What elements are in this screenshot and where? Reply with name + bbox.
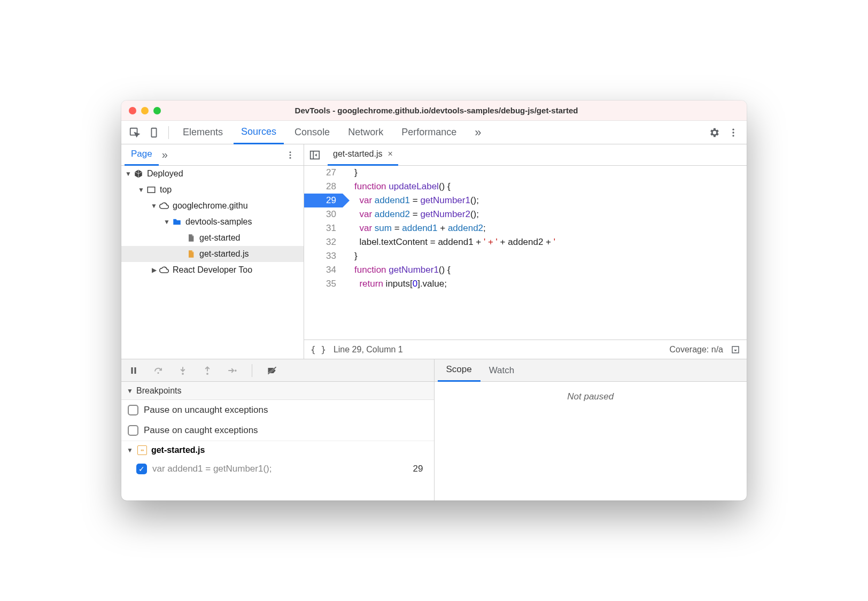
svg-point-16 [206, 373, 208, 375]
maximize-button[interactable] [153, 107, 161, 114]
checkbox-unchecked[interactable] [128, 425, 138, 436]
navigator-tabs: Page » [121, 144, 304, 166]
code-editor[interactable]: 272829303132333435 }function updateLabel… [304, 166, 747, 340]
separator [252, 364, 252, 377]
svg-rect-1 [151, 128, 156, 137]
svg-rect-12 [131, 367, 133, 374]
minimize-button[interactable] [141, 107, 149, 114]
tree-label: get-started [199, 233, 240, 243]
editor-tabs: get-started.js × [304, 144, 747, 166]
step-over-icon[interactable] [151, 364, 165, 377]
kebab-menu-icon[interactable] [725, 125, 741, 141]
svg-rect-8 [148, 187, 155, 193]
tab-elements[interactable]: Elements [175, 121, 230, 144]
cloud-icon [159, 265, 169, 275]
editor-statusbar: { } Line 29, Column 1 Coverage: n/a [304, 340, 747, 359]
editor-panel: get-started.js × 272829303132333435 }fun… [304, 144, 747, 359]
breakpoint-file-name: get-started.js [151, 445, 205, 455]
debugger-controls [121, 359, 434, 382]
scope-body: Not paused [435, 382, 747, 500]
breakpoint-line: 29 [413, 464, 428, 474]
tree-node-file-js[interactable]: get-started.js [121, 246, 304, 262]
statusbar-menu-icon[interactable] [731, 345, 740, 355]
tree-node-file-html[interactable]: get-started [121, 230, 304, 246]
svg-point-3 [732, 132, 734, 133]
main-toolbar: Elements Sources Console Network Perform… [121, 121, 747, 144]
breakpoints-title: Breakpoints [136, 386, 182, 396]
tab-console[interactable]: Console [287, 121, 337, 144]
pretty-print-icon[interactable]: { } [311, 344, 326, 355]
svg-point-6 [290, 154, 291, 156]
coverage-status: Coverage: n/a [669, 345, 723, 355]
tree-node-react[interactable]: ▶ React Developer Too [121, 262, 304, 278]
debugger-panel: ▼ Breakpoints Pause on uncaught exceptio… [121, 359, 747, 500]
row-label: Pause on uncaught exceptions [144, 405, 268, 415]
step-into-icon[interactable] [176, 364, 190, 377]
tab-scope[interactable]: Scope [438, 359, 480, 382]
breakpoints-header[interactable]: ▼ Breakpoints [121, 382, 434, 400]
line-gutter[interactable]: 272829303132333435 [304, 166, 343, 340]
svg-point-5 [290, 151, 291, 153]
svg-point-15 [182, 373, 184, 375]
tree-node-folder[interactable]: ▼ devtools-samples [121, 214, 304, 230]
editor-tab-label: get-started.js [333, 149, 382, 159]
svg-point-17 [235, 369, 237, 372]
tree-node-deployed[interactable]: ▼ Deployed [121, 166, 304, 182]
checkbox-checked[interactable]: ✓ [136, 464, 147, 474]
cube-icon [133, 168, 144, 179]
tabs-overflow-icon[interactable]: » [467, 121, 489, 144]
checkbox-unchecked[interactable] [128, 405, 138, 415]
tree-node-top[interactable]: ▼ top [121, 182, 304, 198]
file-tree: ▼ Deployed ▼ top ▼ googlechrome.githu [121, 166, 304, 359]
tree-node-origin[interactable]: ▼ googlechrome.githu [121, 198, 304, 214]
svg-rect-13 [135, 367, 136, 374]
folder-icon [172, 217, 182, 227]
nav-kebab-icon[interactable] [280, 150, 300, 160]
deactivate-breakpoints-icon[interactable] [265, 364, 279, 377]
tree-label: Deployed [147, 169, 183, 179]
js-badge-icon: ⇔ [137, 445, 147, 455]
scope-tabs: Scope Watch [435, 359, 747, 382]
tab-network[interactable]: Network [340, 121, 391, 144]
svg-point-14 [158, 372, 159, 374]
breakpoint-code: var addend1 = getNumber1(); [152, 464, 272, 474]
nav-tab-page[interactable]: Page [125, 144, 159, 166]
settings-gear-icon[interactable] [706, 125, 722, 141]
step-out-icon[interactable] [200, 364, 214, 377]
file-icon [185, 233, 196, 243]
debugger-left: ▼ Breakpoints Pause on uncaught exceptio… [121, 359, 435, 500]
pause-resume-icon[interactable] [127, 364, 141, 377]
device-toggle-icon[interactable] [146, 125, 162, 141]
svg-point-7 [290, 157, 291, 158]
svg-point-2 [732, 128, 734, 130]
tree-label: top [160, 185, 172, 195]
nav-tabs-overflow-icon[interactable]: » [162, 149, 168, 161]
step-icon[interactable] [225, 364, 239, 377]
tab-performance[interactable]: Performance [394, 121, 464, 144]
breakpoint-entry[interactable]: ✓ var addend1 = getNumber1(); 29 [121, 459, 434, 479]
tab-watch[interactable]: Watch [480, 359, 523, 382]
close-button[interactable] [129, 107, 136, 114]
svg-point-4 [732, 135, 734, 136]
pause-caught-row[interactable]: Pause on caught exceptions [121, 420, 434, 441]
js-file-icon [185, 249, 196, 259]
tree-label: get-started.js [199, 249, 249, 259]
window-title: DevTools - googlechrome.github.io/devtoo… [166, 106, 707, 115]
debugger-right: Scope Watch Not paused [435, 359, 747, 500]
breakpoint-file-header[interactable]: ▼ ⇔ get-started.js [121, 441, 434, 459]
tab-sources[interactable]: Sources [234, 121, 284, 144]
toggle-navigator-icon[interactable] [307, 148, 322, 163]
source-text[interactable]: }function updateLabel() { var addend1 = … [343, 166, 747, 340]
close-tab-icon[interactable]: × [387, 149, 392, 159]
titlebar: DevTools - googlechrome.github.io/devtoo… [121, 101, 747, 121]
frame-icon [146, 184, 157, 195]
cloud-icon [159, 201, 169, 211]
tree-label: devtools-samples [185, 217, 252, 227]
not-paused-message: Not paused [567, 391, 614, 402]
editor-tab[interactable]: get-started.js × [328, 144, 398, 166]
row-label: Pause on caught exceptions [144, 425, 258, 436]
inspect-element-icon[interactable] [127, 125, 143, 141]
pause-uncaught-row[interactable]: Pause on uncaught exceptions [121, 400, 434, 420]
navigator-panel: Page » ▼ Deployed ▼ top [121, 144, 304, 359]
separator [168, 126, 169, 139]
